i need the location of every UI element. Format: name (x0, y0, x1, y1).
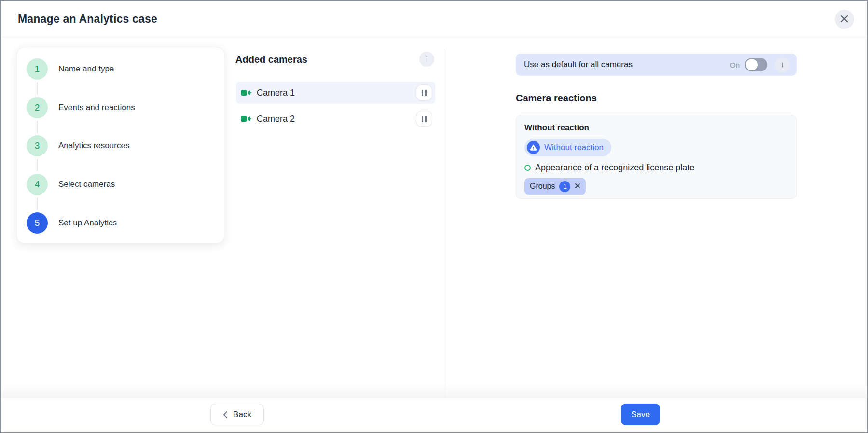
dialog-title: Manage an Analytics case (18, 13, 157, 26)
step-label: Events and reactions (58, 103, 135, 112)
remove-icon (575, 183, 580, 190)
step-connector (37, 197, 38, 210)
dialog-header: Manage an Analytics case (1, 1, 867, 37)
step-analytics-resources[interactable]: 3 Analytics resources (17, 135, 224, 156)
camera-reactions-title: Camera reactions (516, 93, 597, 104)
camera-pause-button[interactable] (416, 111, 432, 127)
step-events-and-reactions[interactable]: 2 Events and reactions (17, 97, 224, 118)
step-label: Analytics resources (58, 141, 129, 151)
groups-remove-button[interactable] (575, 183, 580, 190)
back-button-label: Back (233, 410, 251, 419)
added-cameras-title: Added cameras (235, 54, 307, 65)
alert-icon (527, 141, 540, 154)
without-reaction-card: Without reaction Without reaction Appear… (516, 115, 797, 199)
groups-chip[interactable]: Groups 1 (524, 178, 586, 195)
info-icon: i (782, 61, 783, 69)
without-reaction-chip[interactable]: Without reaction (524, 139, 611, 156)
step-select-cameras[interactable]: 4 Select cameras (17, 174, 224, 195)
groups-count-badge: 1 (559, 181, 570, 192)
step-number-badge: 2 (27, 97, 48, 118)
event-row: Appearance of a recognized license plate (524, 163, 788, 173)
step-connector (37, 121, 38, 133)
camera-icon (241, 115, 251, 123)
groups-chip-label: Groups (530, 182, 555, 191)
save-button[interactable]: Save (621, 404, 660, 425)
camera-row-2[interactable]: Camera 2 (236, 108, 435, 130)
reaction-card-title: Without reaction (524, 123, 788, 133)
added-cameras-info-button[interactable]: i (419, 52, 434, 67)
step-number-badge: 4 (27, 174, 48, 195)
pause-icon (422, 90, 423, 96)
camera-label: Camera 1 (257, 88, 411, 98)
step-label: Name and type (58, 64, 114, 74)
step-set-up-analytics[interactable]: 5 Set up Analytics (17, 212, 224, 234)
step-label: Set up Analytics (58, 218, 117, 228)
toggle-state-label: On (730, 61, 740, 69)
step-connector (37, 82, 38, 95)
panel-divider (444, 49, 444, 398)
event-label: Appearance of a recognized license plate (535, 163, 694, 173)
reaction-chip-label: Without reaction (544, 143, 604, 153)
toggle-knob (746, 59, 758, 70)
camera-icon (241, 89, 251, 97)
wizard-stepper: 1 Name and type 2 Events and reactions 3… (16, 47, 225, 244)
camera-row-1[interactable]: Camera 1 (236, 82, 435, 104)
step-number-badge: 3 (27, 135, 48, 156)
back-button[interactable]: Back (210, 404, 264, 425)
pause-icon (422, 116, 423, 122)
manage-analytics-case-dialog: Manage an Analytics case 1 Name and type… (0, 0, 868, 433)
use-as-default-toggle[interactable] (745, 58, 767, 71)
close-button[interactable] (835, 10, 854, 29)
dialog-footer: Back Save (1, 398, 867, 432)
chevron-left-icon (223, 411, 228, 419)
info-icon: i (426, 56, 427, 63)
step-connector (37, 159, 38, 171)
close-icon (840, 14, 849, 25)
content-bottom-shadow (1, 383, 867, 398)
step-number-badge: 5 (27, 212, 48, 234)
step-label: Select cameras (58, 180, 115, 189)
camera-pause-button[interactable] (416, 84, 432, 101)
step-name-and-type[interactable]: 1 Name and type (17, 58, 224, 80)
use-as-default-label: Use as default for all cameras (524, 60, 730, 70)
camera-label: Camera 2 (257, 114, 411, 124)
event-status-icon (524, 165, 531, 171)
step-number-badge: 1 (27, 58, 48, 80)
use-as-default-bar: Use as default for all cameras On i (516, 54, 797, 76)
default-toggle-info-button[interactable]: i (775, 57, 790, 72)
